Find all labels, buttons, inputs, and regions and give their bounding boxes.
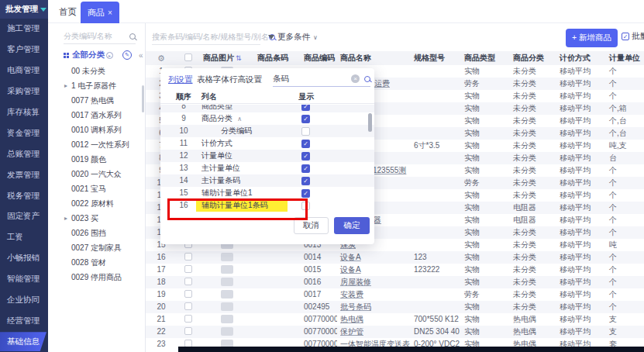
row-checkbox[interactable] xyxy=(184,265,192,273)
sidebar-item-客户管理[interactable]: 客户管理 xyxy=(0,40,48,60)
expand-caret-icon[interactable]: ▸ xyxy=(64,82,67,89)
header-price[interactable]: 计价方式 xyxy=(556,51,606,65)
product-name-link[interactable]: 设备A xyxy=(340,251,361,264)
confirm-button[interactable]: 确定 xyxy=(334,217,370,234)
header-barcode[interactable]: 商品条码 xyxy=(254,51,301,65)
sidebar-item-库存核算[interactable]: 库存核算 xyxy=(0,102,48,123)
row-checkbox[interactable] xyxy=(184,327,192,335)
category-item[interactable]: 0077 热电偶 xyxy=(48,93,146,108)
category-scrollbar[interactable] xyxy=(142,85,144,112)
category-item[interactable]: 0027 定制家具 xyxy=(48,240,146,255)
category-item[interactable]: 0012 一次性系列 xyxy=(48,137,146,152)
product-name-link[interactable]: 房屋装修 xyxy=(340,276,371,288)
expand-caret-icon[interactable]: ▸ xyxy=(64,215,67,222)
product-name-link[interactable]: 安装费 xyxy=(340,288,363,301)
sidebar-item-企业协同[interactable]: 企业协同 xyxy=(0,290,48,311)
show-checkbox[interactable]: ✓ xyxy=(301,152,310,160)
modal-column-row[interactable]: 11计价方式✓ xyxy=(160,137,374,150)
cancel-button[interactable]: 取消 xyxy=(294,217,329,234)
modal-column-row[interactable]: 16辅助计量单位1条码 xyxy=(160,199,374,212)
show-checkbox[interactable]: ✓ xyxy=(301,140,310,148)
category-item[interactable]: 0026 围挡 xyxy=(48,226,146,240)
horizontal-scrollbar[interactable] xyxy=(178,347,644,352)
search-icon[interactable] xyxy=(129,33,136,40)
column-settings-gear-icon[interactable]: ⚙ xyxy=(146,51,177,65)
search-icon[interactable] xyxy=(364,76,370,82)
header-name[interactable]: 商品名称 xyxy=(337,51,411,65)
modal-scrollbar[interactable] xyxy=(368,113,372,132)
category-item[interactable]: 0010 调料系列 xyxy=(48,123,146,137)
category-item[interactable]: ▸0023 买 xyxy=(48,211,146,226)
show-checkbox[interactable]: ✓ xyxy=(301,177,310,185)
category-item[interactable]: 0022 原材料 xyxy=(48,196,146,211)
select-all-checkbox[interactable] xyxy=(177,51,200,65)
show-checkbox[interactable] xyxy=(301,127,310,136)
sidebar-item-工资[interactable]: 工资 xyxy=(0,227,48,248)
show-checkbox[interactable]: ✓ xyxy=(301,189,310,198)
modal-column-row[interactable]: 9商品分类 ∧✓ xyxy=(160,112,374,125)
header-spec[interactable]: 规格型号 xyxy=(411,51,461,65)
category-item[interactable]: 0029 停用商品 xyxy=(48,270,146,285)
row-checkbox[interactable] xyxy=(184,290,192,298)
show-checkbox[interactable] xyxy=(301,202,310,210)
tab-home[interactable]: 首页 xyxy=(54,0,81,23)
sidebar-item-基础信息[interactable]: 基础信息 xyxy=(0,331,48,352)
product-name-link[interactable]: 器 xyxy=(374,214,381,226)
sidebar-item-发票管理[interactable]: 发票管理 xyxy=(0,164,48,185)
expand-circle-icon[interactable]: ▸ xyxy=(106,52,113,59)
header-image[interactable]: 商品图片⇅ xyxy=(200,51,254,65)
category-item[interactable]: 0019 颜色 xyxy=(48,152,146,167)
clear-icon[interactable]: × xyxy=(351,74,360,83)
category-item[interactable]: 00 未分类 xyxy=(48,64,146,78)
category-search-input[interactable]: 分类编码/名称 xyxy=(64,29,136,44)
sidebar-item-电商管理[interactable]: 电商管理 xyxy=(0,60,48,81)
sidebar-item-施工管理[interactable]: 施工管理 xyxy=(0,19,48,40)
show-checkbox[interactable]: ✓ xyxy=(301,105,310,111)
modal-column-row[interactable]: 8商品类型✓ xyxy=(160,105,374,112)
category-item[interactable]: 0021 宝马 xyxy=(48,181,146,196)
sort-icon[interactable]: ⇅ xyxy=(236,54,242,62)
row-checkbox[interactable] xyxy=(184,302,192,310)
category-item[interactable]: 0028 管材 xyxy=(48,255,146,270)
header-code[interactable]: 商品编码 xyxy=(301,51,337,65)
tab-goods[interactable]: 商品 × xyxy=(81,2,119,23)
show-checkbox[interactable]: ✓ xyxy=(301,115,310,123)
show-checkbox[interactable]: ✓ xyxy=(301,164,310,173)
sidebar-item-小畅报销[interactable]: 小畅报销 xyxy=(0,248,48,269)
header-cat[interactable]: 商品分类 xyxy=(510,51,556,65)
row-checkbox[interactable] xyxy=(184,315,192,323)
product-name-link[interactable]: 热电偶 xyxy=(340,313,363,326)
edit-icon[interactable]: ✎ xyxy=(122,50,132,60)
module-nav-header[interactable]: 批发管理 xyxy=(0,0,48,19)
row-checkbox[interactable] xyxy=(184,253,192,261)
product-name-link[interactable]: 设备A xyxy=(340,264,361,276)
modal-column-row[interactable]: 13主计量单位✓ xyxy=(160,162,374,174)
modal-column-row[interactable]: 15辅助计量单位1✓ xyxy=(160,187,374,199)
product-name-link[interactable]: 运费 xyxy=(374,78,390,90)
collapse-caret-icon[interactable]: ∧ xyxy=(236,116,242,123)
product-name-link[interactable]: 保护管 xyxy=(340,326,363,338)
row-checkbox[interactable] xyxy=(184,278,192,285)
sidebar-item-税务管理[interactable]: 税务管理 xyxy=(0,185,48,206)
sidebar-item-经营管理[interactable]: 经营管理 xyxy=(0,310,48,331)
modal-tab-columns[interactable]: 列设置 xyxy=(168,74,193,85)
category-item[interactable]: 0020 一汽大众 xyxy=(48,167,146,181)
modal-column-row[interactable]: 10分类编码 xyxy=(160,125,374,137)
modal-column-row[interactable]: 14主计量条码✓ xyxy=(160,174,374,187)
more-filters-button[interactable]: 更多条件 ∨ xyxy=(268,29,318,45)
batch-actions-button[interactable]: ✓ 批量操作 xyxy=(622,31,644,42)
header-type[interactable]: 商品类型 xyxy=(461,51,510,65)
modal-tab-font[interactable]: 表格字体行高设置 xyxy=(197,74,262,85)
sidebar-item-智能管理[interactable]: 智能管理 xyxy=(0,269,48,290)
close-icon[interactable]: × xyxy=(108,9,112,17)
product-search-input[interactable]: 搜索条码/编码/名称/规格型号/别名 xyxy=(152,29,260,45)
product-name-link[interactable]: 批号条码 xyxy=(340,301,371,313)
modal-search-input[interactable]: 条码 × xyxy=(273,71,370,87)
category-item[interactable]: 0017 酒水系列 xyxy=(48,108,146,123)
category-item[interactable]: ▸1 电子原器件 xyxy=(48,78,146,93)
sidebar-item-总账管理[interactable]: 总账管理 xyxy=(0,143,48,164)
sidebar-item-固定资产[interactable]: 固定资产 xyxy=(0,206,48,227)
header-unit[interactable]: 计量单位 xyxy=(606,51,644,65)
all-categories-row[interactable]: 全部分类 ▸ ✎ « xyxy=(64,49,141,61)
sidebar-item-资金管理[interactable]: 资金管理 xyxy=(0,123,48,143)
